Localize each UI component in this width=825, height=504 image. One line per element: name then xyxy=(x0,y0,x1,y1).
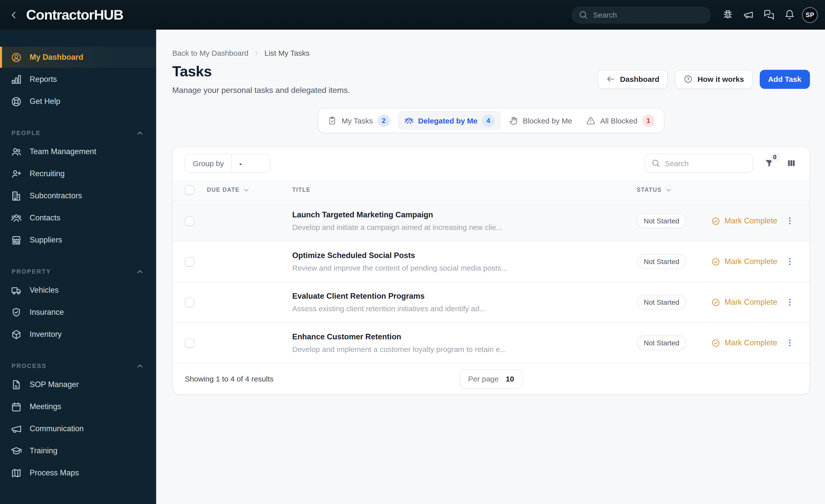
sidebar-item-label: SOP Manager xyxy=(29,380,79,389)
chevron-down-icon xyxy=(665,186,672,193)
column-header-due-date[interactable]: DUE DATE xyxy=(207,186,292,193)
sidebar-item-suppliers[interactable]: Suppliers xyxy=(0,230,156,250)
per-page-control[interactable]: Per page 10 xyxy=(459,369,522,388)
filter-count-badge: 0 xyxy=(770,152,780,162)
table-row: Optimize Scheduled Social Posts Review a… xyxy=(173,241,810,282)
sidebar-item-team-management[interactable]: Team Management xyxy=(0,141,156,162)
tab-my-tasks[interactable]: My Tasks 2 xyxy=(321,111,396,130)
bug-report-button[interactable] xyxy=(719,6,736,23)
title-cell[interactable]: Enhance Customer Retention Develop and i… xyxy=(292,332,637,353)
user-avatar[interactable]: SP xyxy=(802,7,818,23)
columns-icon xyxy=(786,158,797,168)
messages-button[interactable] xyxy=(760,6,777,23)
table-search[interactable] xyxy=(645,154,753,173)
tabs-bar: My Tasks 2 Delegated by Me 4 xyxy=(172,108,810,133)
sidebar-item-get-help[interactable]: Get Help xyxy=(0,91,156,112)
mark-complete-button[interactable]: Mark Complete xyxy=(711,257,782,266)
mark-complete-button[interactable]: Mark Complete xyxy=(711,338,782,348)
sidebar-item-label: Get Help xyxy=(29,97,60,106)
sidebar-item-contacts[interactable]: Contacts xyxy=(0,207,156,228)
notifications-button[interactable] xyxy=(781,6,798,23)
help-circle-icon xyxy=(683,74,693,84)
sidebar-item-communication[interactable]: Communication xyxy=(0,418,156,439)
sidebar-item-sop-manager[interactable]: SOP Manager xyxy=(0,374,156,395)
toolbar-right: 0 xyxy=(645,154,798,173)
mark-complete-button[interactable]: Mark Complete xyxy=(711,298,782,307)
back-button[interactable] xyxy=(6,7,21,22)
select-all-checkbox[interactable] xyxy=(185,185,194,194)
cube-icon xyxy=(10,329,22,340)
how-it-works-button[interactable]: How it works xyxy=(675,70,752,89)
calendar-icon xyxy=(10,401,22,412)
global-search[interactable] xyxy=(572,6,711,23)
row-checkbox[interactable] xyxy=(185,216,194,226)
row-checkbox[interactable] xyxy=(185,298,194,307)
group-by-value[interactable]: - xyxy=(232,159,270,167)
sidebar-item-my-dashboard[interactable]: My Dashboard xyxy=(0,47,156,68)
status-badge: Not Started xyxy=(637,295,686,310)
sidebar-item-inventory[interactable]: Inventory xyxy=(0,324,156,345)
table-search-input[interactable] xyxy=(665,159,747,167)
breadcrumb-current[interactable]: List My Tasks xyxy=(265,49,310,57)
group-by-control[interactable]: Group by - xyxy=(185,154,271,173)
task-title: Enhance Customer Retention xyxy=(292,332,637,341)
filter-button[interactable]: 0 xyxy=(763,157,775,169)
chat-bubbles-icon xyxy=(763,9,774,20)
title-cell[interactable]: Evaluate Client Retention Programs Asses… xyxy=(292,292,637,313)
announcements-button[interactable] xyxy=(740,6,757,23)
row-menu-button[interactable] xyxy=(785,297,795,307)
users-icon xyxy=(10,146,22,157)
chevron-right-icon xyxy=(252,49,260,57)
column-header-status[interactable]: STATUS xyxy=(637,186,712,193)
add-task-button[interactable]: Add Task xyxy=(759,70,810,89)
row-checkbox[interactable] xyxy=(185,257,194,266)
sidebar-item-process-maps[interactable]: Process Maps xyxy=(0,463,156,483)
sidebar-item-vehicles[interactable]: Vehicles xyxy=(0,280,156,301)
title-cell[interactable]: Launch Targeted Marketing Campaign Devel… xyxy=(292,210,637,232)
search-icon xyxy=(651,159,660,168)
shield-check-icon xyxy=(10,307,22,318)
table-row: Enhance Customer Retention Develop and i… xyxy=(173,322,810,363)
tab-blocked-by-me[interactable]: Blocked by Me xyxy=(502,111,579,130)
table-footer: Showing 1 to 4 of 4 results Per page 10 xyxy=(173,363,810,394)
sidebar-item-training[interactable]: Training xyxy=(0,440,156,461)
global-search-input[interactable] xyxy=(593,11,704,19)
sidebar-item-meetings[interactable]: Meetings xyxy=(0,396,156,417)
sidebar-section-people[interactable]: PEOPLE xyxy=(0,125,156,141)
chevron-left-icon xyxy=(8,9,19,20)
columns-button[interactable] xyxy=(785,157,798,169)
add-task-button-label: Add Task xyxy=(768,75,802,83)
title-cell[interactable]: Optimize Scheduled Social Posts Review a… xyxy=(292,251,637,272)
mark-complete-button[interactable]: Mark Complete xyxy=(711,216,782,226)
row-menu-button[interactable] xyxy=(785,216,795,226)
mark-complete-label: Mark Complete xyxy=(725,216,777,226)
column-header-title[interactable]: TITLE xyxy=(292,187,637,193)
life-ring-icon xyxy=(10,96,22,107)
sidebar-item-recruiting[interactable]: Recruiting xyxy=(0,163,156,184)
table-header: DUE DATE TITLE STATUS xyxy=(173,179,810,200)
breadcrumb-back-link[interactable]: Back to My Dashboard xyxy=(172,49,248,57)
status-badge: Not Started xyxy=(637,335,686,350)
row-checkbox[interactable] xyxy=(185,338,194,348)
sidebar-section-property[interactable]: PROPERTY xyxy=(0,264,156,280)
task-description: Assess existing client retention initiat… xyxy=(292,304,637,313)
tab-all-blocked[interactable]: All Blocked 1 xyxy=(580,111,661,130)
dashboard-button[interactable]: Dashboard xyxy=(597,70,668,89)
megaphone-icon xyxy=(743,9,753,20)
megaphone-icon xyxy=(10,423,22,434)
row-menu-button[interactable] xyxy=(785,256,795,266)
sidebar-item-subcontractors[interactable]: Subcontractors xyxy=(0,185,156,206)
sidebar-item-insurance[interactable]: Insurance xyxy=(0,302,156,323)
check-circle-icon xyxy=(711,338,721,348)
sidebar: My Dashboard Reports Get Help PE xyxy=(0,29,156,504)
storefront-icon xyxy=(10,234,22,246)
table-row: Launch Targeted Marketing Campaign Devel… xyxy=(173,200,810,241)
row-menu-button[interactable] xyxy=(785,338,795,348)
kebab-menu-icon xyxy=(785,297,795,307)
sidebar-item-reports[interactable]: Reports xyxy=(0,69,156,90)
sidebar-section-process[interactable]: PROCESS xyxy=(0,358,156,374)
building-icon xyxy=(10,190,22,201)
chevron-up-icon xyxy=(136,267,144,276)
sidebar-item-label: Reports xyxy=(29,75,57,84)
tab-delegated-by-me[interactable]: Delegated by Me 4 xyxy=(397,111,501,130)
